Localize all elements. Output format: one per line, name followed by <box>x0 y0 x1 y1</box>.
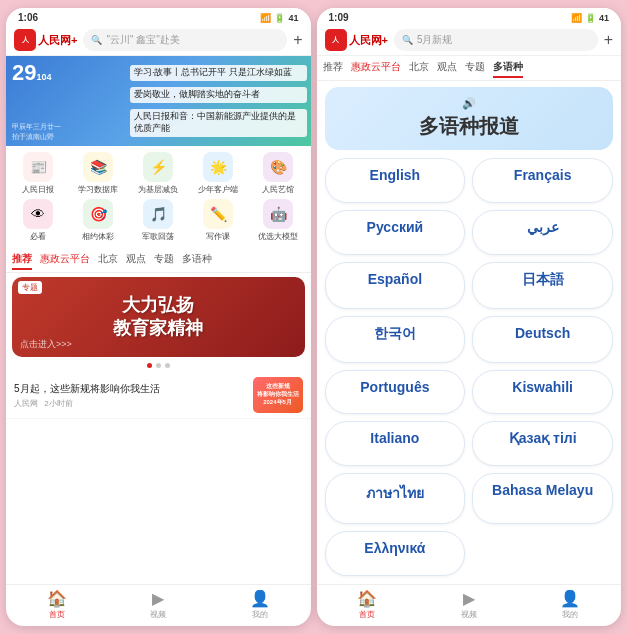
video-label-left: 视频 <box>150 609 166 620</box>
hero-news-1: 爱岗敬业，做脚踏实地的奋斗者 <box>130 87 307 103</box>
hero-location: 甲辰年三月廿一 拍于滇南山野 <box>12 122 61 142</box>
lang-btn-5[interactable]: 日本語 <box>472 262 613 309</box>
icon-item-reduce[interactable]: ⚡ 为基层减负 <box>130 152 186 195</box>
dot-3 <box>165 363 170 368</box>
tab-recommend-right[interactable]: 推荐 <box>323 58 343 78</box>
hero-news: 学习·故事丨总书记开平 只是江水绿如蓝 爱岗敬业，做脚踏实地的奋斗者 人民日报和… <box>130 60 307 142</box>
icon-item-song[interactable]: 🎵 军歌回荡 <box>130 199 186 242</box>
tab-huizheng-left[interactable]: 惠政云平台 <box>40 250 90 270</box>
dot-2 <box>156 363 161 368</box>
lang-btn-0[interactable]: English <box>325 158 466 203</box>
lang-btn-4[interactable]: Español <box>325 262 466 309</box>
wifi-icon: 📶 <box>260 13 271 23</box>
tab-views-right[interactable]: 观点 <box>437 58 457 78</box>
lang-btn-6[interactable]: 한국어 <box>325 316 466 363</box>
icon-item-mustwatch[interactable]: 👁 必看 <box>10 199 66 242</box>
lang-btn-10[interactable]: Italiano <box>325 421 466 466</box>
bottom-nav-video-right[interactable]: ▶ 视频 <box>418 589 520 620</box>
icon-mustwatch: 👁 <box>23 199 53 229</box>
status-time-right: 1:09 <box>329 12 349 23</box>
speaker-icon: 🔊 <box>462 97 476 109</box>
icon-lottery: 🎯 <box>83 199 113 229</box>
icon-grid-row2: 👁 必看 🎯 相约体彩 🎵 军歌回荡 ✏️ 写作课 🤖 优选大模型 <box>6 199 311 248</box>
bottom-nav-profile-right[interactable]: 👤 我的 <box>520 589 622 620</box>
battery-level-right: 41 <box>599 13 609 23</box>
tab-multilang-left[interactable]: 多语种 <box>182 250 212 270</box>
status-icons-left: 📶 🔋 41 <box>260 13 298 23</box>
home-icon-right: 🏠 <box>357 589 377 608</box>
lang-btn-7[interactable]: Deutsch <box>472 316 613 363</box>
icon-label-art: 人民艺馆 <box>262 184 294 195</box>
home-label-right: 首页 <box>359 609 375 620</box>
search-bar-right[interactable]: 🔍 5月新规 <box>394 29 598 51</box>
lang-grid: EnglishFrançaisРусскийعربيEspañol日本語한국어D… <box>317 158 622 584</box>
icon-item-art[interactable]: 🎨 人民艺馆 <box>250 152 306 195</box>
icon-label-mustwatch: 必看 <box>30 231 46 242</box>
news-item-text: 5月起，这些新规将影响你我生活 <box>14 382 247 396</box>
tab-special-left[interactable]: 专题 <box>154 250 174 270</box>
left-phone-screen: 1:06 📶 🔋 41 人 人民网+ 🔍 "云川" 鑫宝"赴美 + 29104 … <box>6 8 311 626</box>
icon-item-youth[interactable]: 🌟 少年客户端 <box>190 152 246 195</box>
tab-views-left[interactable]: 观点 <box>126 250 146 270</box>
icon-item-ai[interactable]: 🤖 优选大模型 <box>250 199 306 242</box>
icon-item-study[interactable]: 📚 学习数据库 <box>70 152 126 195</box>
icon-label-writing: 写作课 <box>206 231 230 242</box>
tab-beijing-right[interactable]: 北京 <box>409 58 429 78</box>
banner-tag: 专题 <box>18 281 42 294</box>
bottom-nav-home-right[interactable]: 🏠 首页 <box>317 589 419 620</box>
tab-special-right[interactable]: 专题 <box>465 58 485 78</box>
add-icon-left[interactable]: + <box>293 31 302 49</box>
app-header-left: 人 人民网+ 🔍 "云川" 鑫宝"赴美 + <box>6 25 311 56</box>
tab-huizheng-right[interactable]: 惠政云平台 <box>351 58 401 78</box>
icon-item-renmin[interactable]: 📰 人民日报 <box>10 152 66 195</box>
hero-icon-row: 🔊 <box>337 97 602 110</box>
banner-card[interactable]: 专题 大力弘扬教育家精神 点击进入>>> <box>12 277 305 357</box>
lang-btn-3[interactable]: عربي <box>472 210 613 255</box>
lang-btn-2[interactable]: Русский <box>325 210 466 255</box>
search-text-right: 5月新规 <box>417 33 453 47</box>
news-source: 人民网 2小时前 <box>14 398 247 409</box>
icon-youth: 🌟 <box>203 152 233 182</box>
multilang-hero: 🔊 多语种报道 <box>325 87 614 150</box>
icon-item-writing[interactable]: ✏️ 写作课 <box>190 199 246 242</box>
icon-renmin: 📰 <box>23 152 53 182</box>
lang-btn-8[interactable]: Português <box>325 370 466 415</box>
lang-btn-13[interactable]: Bahasa Melayu <box>472 473 613 524</box>
profile-icon-left: 👤 <box>250 589 270 608</box>
wifi-icon-right: 📶 <box>571 13 582 23</box>
icon-label-study: 学习数据库 <box>78 184 118 195</box>
hero-news-0: 学习·故事丨总书记开平 只是江水绿如蓝 <box>130 65 307 81</box>
video-label-right: 视频 <box>461 609 477 620</box>
icon-label-ai: 优选大模型 <box>258 231 298 242</box>
video-icon-right: ▶ <box>463 589 475 608</box>
nav-tabs-left: 推荐 惠政云平台 北京 观点 专题 多语种 <box>6 248 311 273</box>
icon-label-reduce: 为基层减负 <box>138 184 178 195</box>
search-bar-left[interactable]: 🔍 "云川" 鑫宝"赴美 <box>83 29 287 51</box>
icon-ai: 🤖 <box>263 199 293 229</box>
news-item-row[interactable]: 5月起，这些新规将影响你我生活 人民网 2小时前 这些新规将影响你我生活2024… <box>6 372 311 419</box>
bottom-nav-home-left[interactable]: 🏠 首页 <box>6 589 108 620</box>
lang-btn-9[interactable]: Kiswahili <box>472 370 613 415</box>
home-icon-left: 🏠 <box>47 589 67 608</box>
add-icon-right[interactable]: + <box>604 31 613 49</box>
lang-btn-14[interactable]: Ελληνικά <box>325 531 466 576</box>
app-name-right: 人民网+ <box>349 33 388 48</box>
icon-art: 🎨 <box>263 152 293 182</box>
bottom-nav-profile-left[interactable]: 👤 我的 <box>209 589 311 620</box>
profile-icon-right: 👤 <box>560 589 580 608</box>
icon-label-lottery: 相约体彩 <box>82 231 114 242</box>
dot-1 <box>147 363 152 368</box>
bottom-nav-video-left[interactable]: ▶ 视频 <box>108 589 210 620</box>
lang-btn-12[interactable]: ภาษาไทย <box>325 473 466 524</box>
app-name-left: 人民网+ <box>38 33 77 48</box>
video-icon-left: ▶ <box>152 589 164 608</box>
bottom-nav-right: 🏠 首页 ▶ 视频 👤 我的 <box>317 584 622 626</box>
icon-item-lottery[interactable]: 🎯 相约体彩 <box>70 199 126 242</box>
lang-btn-11[interactable]: Қазақ тілі <box>472 421 613 466</box>
hero-section: 29104 甲辰年三月廿一 拍于滇南山野 学习·故事丨总书记开平 只是江水绿如蓝… <box>6 56 311 146</box>
lang-btn-1[interactable]: Français <box>472 158 613 203</box>
profile-label-left: 我的 <box>252 609 268 620</box>
tab-recommend-left[interactable]: 推荐 <box>12 250 32 270</box>
tab-multilang-right[interactable]: 多语种 <box>493 58 523 78</box>
tab-beijing-left[interactable]: 北京 <box>98 250 118 270</box>
